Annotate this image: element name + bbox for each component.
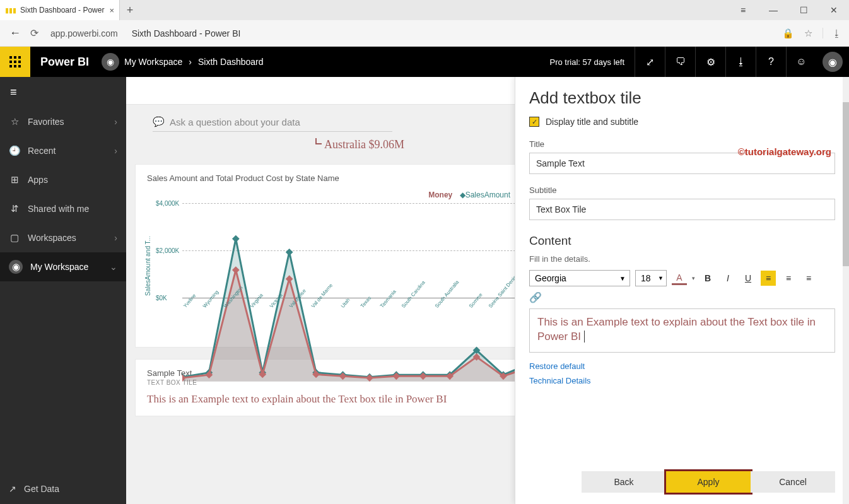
stack-icon: ▢ — [9, 232, 20, 243]
breadcrumb-dashboard[interactable]: Sixth Dashboard — [198, 57, 264, 67]
close-tab-icon[interactable]: × — [109, 6, 114, 15]
minimize-icon[interactable]: — — [758, 5, 788, 15]
app-launcher-icon[interactable] — [0, 47, 30, 77]
y-axis-label: SalesAmount and T... — [144, 203, 155, 329]
sidebar-item-my-workspace[interactable]: ◉ My Workspace ⌄ — [0, 252, 126, 281]
pane-heading: Add textbox tile — [529, 88, 835, 108]
qa-input[interactable]: 💬 Ask a question about your data — [153, 112, 392, 132]
workspace-avatar-icon[interactable]: ◉ — [102, 53, 119, 71]
breadcrumb: My Workspace › Sixth Dashboard — [124, 57, 264, 67]
sidebar: ≡ ☆ Favorites › 🕘 Recent › ⊞ Apps ⇵ Shar… — [0, 77, 126, 504]
get-data-label: Get Data — [24, 484, 59, 494]
url-host[interactable]: app.powerbi.com — [50, 28, 118, 38]
insert-link-button[interactable]: 🔗 — [529, 291, 835, 303]
apply-button[interactable]: Apply — [666, 471, 751, 493]
content-editor[interactable]: This is an Example text to explain about… — [529, 308, 835, 353]
app-header: Power BI ◉ My Workspace › Sixth Dashboar… — [0, 47, 849, 77]
sidebar-item-apps[interactable]: ⊞ Apps — [0, 165, 126, 194]
settings-icon[interactable]: ⚙ — [695, 47, 725, 77]
lock-icon[interactable]: 🔒 — [782, 28, 794, 39]
browser-tab-strip: ▮▮▮ Sixth Dashboard - Power × + ≡ — ☐ ✕ — [0, 0, 849, 20]
tab-title: Sixth Dashboard - Power — [20, 6, 104, 15]
checkbox-label: Display title and subtitle — [546, 117, 638, 127]
sidebar-item-label: Workspaces — [28, 233, 76, 243]
pane-scrollbar[interactable] — [843, 77, 849, 504]
avatar-icon: ◉ — [9, 260, 23, 274]
new-tab-button[interactable]: + — [120, 0, 140, 20]
sidebar-item-shared[interactable]: ⇵ Shared with me — [0, 194, 126, 223]
chevron-right-icon: › — [114, 117, 117, 127]
fullscreen-icon[interactable]: ⤢ — [635, 47, 665, 77]
technical-details-link[interactable]: Technical Details — [529, 376, 835, 385]
add-textbox-pane: Add textbox tile ✓ Display title and sub… — [515, 77, 849, 504]
star-icon: ☆ — [9, 116, 20, 127]
apps-icon: ⊞ — [9, 174, 20, 185]
smile-icon[interactable]: ☺ — [786, 47, 816, 77]
dropdown-caret-icon[interactable]: ▾ — [692, 275, 695, 281]
align-center-button[interactable]: ≡ — [781, 271, 796, 286]
align-right-button[interactable]: ≡ — [801, 271, 816, 286]
qa-placeholder: Ask a question about your data — [170, 117, 300, 127]
get-data-button[interactable]: ↗ Get Data — [0, 474, 126, 504]
breadcrumb-separator: › — [189, 57, 192, 67]
underline-button[interactable]: U — [741, 271, 756, 286]
trial-status: Pro trial: 57 days left — [540, 57, 635, 67]
chat-icon: 💬 — [153, 116, 165, 127]
sidebar-item-label: Shared with me — [28, 204, 89, 214]
help-icon[interactable]: ? — [756, 47, 786, 77]
format-toolbar: Georgia▼ 18▼ A ▾ B I U ≡ ≡ ≡ — [529, 270, 835, 286]
sidebar-item-label: Favorites — [28, 117, 64, 127]
clock-icon: 🕘 — [9, 145, 20, 156]
chevron-right-icon: › — [114, 146, 117, 156]
subtitle-label: Subtitle — [529, 185, 835, 195]
align-left-button[interactable]: ≡ — [761, 271, 776, 286]
comments-icon[interactable]: 🗨 — [665, 47, 695, 77]
sidebar-item-label: Apps — [28, 175, 48, 185]
cancel-button[interactable]: Cancel — [751, 471, 835, 493]
maximize-icon[interactable]: ☐ — [788, 5, 819, 15]
menu-icon[interactable]: ≡ — [728, 5, 758, 15]
download-icon[interactable]: ⭳ — [823, 28, 841, 38]
font-color-button[interactable]: A — [672, 271, 687, 285]
italic-button[interactable]: I — [720, 271, 735, 286]
caret-down-icon: ▼ — [658, 275, 664, 281]
sidebar-item-label: Recent — [28, 146, 56, 156]
tab-favicon: ▮▮▮ — [5, 6, 16, 15]
address-bar: ← ⟳ app.powerbi.com Sixth Dashboard - Po… — [0, 20, 849, 47]
chevron-right-icon: › — [114, 233, 117, 243]
user-avatar-icon[interactable]: ◉ — [823, 52, 843, 72]
caret-down-icon: ▼ — [619, 275, 626, 282]
svg-rect-2 — [232, 235, 240, 243]
bold-button[interactable]: B — [700, 271, 715, 286]
window-controls: ≡ — ☐ ✕ — [728, 0, 849, 20]
svg-rect-4 — [286, 249, 293, 256]
arrow-icon: ↗ — [9, 484, 16, 494]
download-icon[interactable]: ⭳ — [725, 47, 756, 77]
sidebar-item-favorites[interactable]: ☆ Favorites › — [0, 107, 126, 136]
brand-label: Power BI — [40, 56, 89, 69]
restore-default-link[interactable]: Restore default — [529, 361, 835, 371]
star-icon[interactable]: ☆ — [804, 28, 812, 39]
sidebar-item-recent[interactable]: 🕘 Recent › — [0, 136, 126, 165]
url-path: Sixth Dashboard - Power BI — [132, 28, 241, 38]
sidebar-item-label: My Workspace — [30, 262, 88, 272]
display-title-checkbox[interactable]: ✓ Display title and subtitle — [529, 117, 835, 127]
pane-footer: Back Apply Cancel — [529, 459, 835, 493]
hamburger-icon[interactable]: ≡ — [0, 77, 126, 107]
back-button[interactable]: Back — [582, 471, 666, 493]
close-window-icon[interactable]: ✕ — [819, 5, 849, 15]
share-icon: ⇵ — [9, 203, 20, 214]
watermark: ©tutorialgateway.org — [738, 146, 831, 157]
content-hint: Fill in the details. — [529, 254, 835, 264]
reload-icon[interactable]: ⟳ — [30, 27, 43, 39]
checkbox-checked-icon: ✓ — [529, 117, 539, 127]
sidebar-item-workspaces[interactable]: ▢ Workspaces › — [0, 223, 126, 252]
back-icon[interactable]: ← — [8, 26, 23, 40]
chevron-down-icon: ⌄ — [110, 262, 117, 272]
font-select[interactable]: Georgia▼ — [529, 270, 630, 286]
browser-tab[interactable]: ▮▮▮ Sixth Dashboard - Power × — [0, 0, 120, 20]
font-size-select[interactable]: 18▼ — [635, 270, 667, 286]
content-heading: Content — [529, 234, 835, 248]
subtitle-input[interactable] — [529, 199, 835, 220]
breadcrumb-workspace[interactable]: My Workspace — [124, 57, 182, 67]
